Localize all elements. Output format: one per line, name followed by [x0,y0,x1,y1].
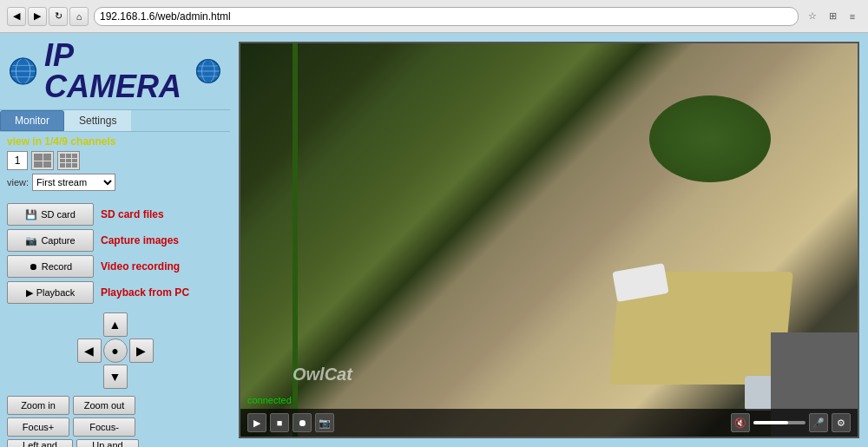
grid-cell [72,163,77,168]
channel-4-button[interactable] [31,151,54,170]
playback-label: Playback [36,287,76,298]
sidebar: IP CAMERA Monitor Settings view in 1/4/9… [0,33,230,447]
record-row: ⏺ Record Video recording [7,255,223,278]
ptz-empty-bl [77,365,102,389]
watermark: OwlCat [293,365,352,385]
sd-card-row: 💾 SD card SD card files [7,203,223,226]
ptz-section: ▲ ◀ ● ▶ ▼ [0,307,230,394]
zoom-out-button[interactable]: Zoom out [73,396,135,415]
grid-cell [60,163,65,168]
ptz-center-button[interactable]: ● [103,339,128,363]
tabs: Monitor Settings [0,110,230,132]
tab-settings[interactable]: Settings [64,110,131,131]
browser-right-buttons: ☆ ⊞ ≡ [804,8,861,25]
refresh-button[interactable]: ↻ [49,7,68,26]
playback-icon: ▶ [26,287,33,299]
ptz-empty-tr [129,312,154,337]
browser-chrome: ◀ ▶ ↻ ⌂ ☆ ⊞ ≡ [0,0,868,33]
ptz-left-button[interactable]: ◀ [77,339,102,363]
grid-cell [66,154,71,158]
sd-card-icon: 💾 [25,209,37,220]
ptz-grid: ▲ ◀ ● ▶ ▼ [77,312,154,389]
grid-cell [72,159,77,163]
back-button[interactable]: ◀ [7,7,26,26]
ptz-right-button[interactable]: ▶ [129,339,154,363]
channel-section: view in 1/4/9 channels 1 [0,132,230,200]
capture-link[interactable]: Capture images [101,234,179,247]
record-button[interactable]: ⏺ Record [7,255,94,278]
channel-1-button[interactable]: 1 [7,151,28,170]
video-content: OwlCat [240,43,858,437]
up-down-button[interactable]: Up and down [76,439,139,447]
video-play-button[interactable]: ▶ [247,413,266,432]
video-mic-button[interactable]: 🎤 [809,413,828,432]
grid-cell [43,161,52,168]
grid-cell [66,159,71,163]
ptz-up-button[interactable]: ▲ [103,312,128,337]
control-buttons: Zoom in Zoom out Focus+ Focus- Left and … [0,394,230,447]
ptz-empty-tl [77,312,102,337]
left-right-button[interactable]: Left and right [7,439,73,447]
playback-button[interactable]: ▶ Playback [7,281,94,304]
playback-row: ▶ Playback Playback from PC [7,281,223,304]
capture-row: 📷 Capture Capture images [7,229,223,252]
video-controls-bar: ▶ ■ ⏺ 📷 🔇 🎤 ⚙ [240,409,858,437]
focus-plus-button[interactable]: Focus+ [7,417,69,437]
view-stream-select[interactable]: First stream Second stream [32,174,115,191]
video-record-button[interactable]: ⏺ [293,413,312,432]
sd-card-label: SD card [41,209,76,220]
grid-cell [34,154,43,161]
capture-icon: 📷 [25,235,37,247]
video-container: IP Camera Home 2017-08-01 16:23:34 OwlCa… [239,42,859,438]
volume-fill [753,421,788,424]
extensions-icon[interactable]: ⊞ [824,8,841,25]
grid-cell [60,159,65,163]
focus-row: Focus+ Focus- [7,417,223,437]
grid-cell [34,161,43,168]
capture-label: Capture [41,235,75,246]
focus-minus-button[interactable]: Focus- [73,417,135,437]
tab-monitor[interactable]: Monitor [0,110,64,131]
logo-text: IP CAMERA [44,40,188,102]
browser-nav-buttons: ◀ ▶ ↻ ⌂ [7,7,89,26]
sd-card-button[interactable]: 💾 SD card [7,203,94,226]
channel-controls: 1 [7,151,223,170]
record-icon: ⏺ [29,261,38,272]
record-link[interactable]: Video recording [101,260,180,273]
logo-header: IP CAMERA [0,33,230,110]
video-mute-button[interactable]: 🔇 [731,413,750,432]
address-bar[interactable] [94,7,799,26]
bookmark-icon[interactable]: ☆ [804,8,821,25]
grid-cell [60,154,65,158]
move-row: Left and right Up and down [7,439,223,447]
zoom-in-button[interactable]: Zoom in [7,396,69,415]
grid-cell [43,154,52,161]
playback-link[interactable]: Playback from PC [101,286,189,299]
sd-card-link[interactable]: SD card files [101,208,164,220]
channel-9-button[interactable] [57,151,80,170]
grid-cell [66,163,71,168]
globe-right-icon [195,56,221,87]
status-text: connected [247,395,292,405]
video-settings-button[interactable]: ⚙ [832,413,851,432]
capture-button[interactable]: 📷 Capture [7,229,94,252]
grid-cell [72,154,77,158]
record-label: Record [42,261,72,272]
action-buttons: 💾 SD card SD card files 📷 Capture Captur… [0,200,230,307]
forward-button[interactable]: ▶ [28,7,47,26]
video-snapshot-button[interactable]: 📷 [315,413,334,432]
menu-icon[interactable]: ≡ [844,8,861,25]
video-stop-button[interactable]: ■ [270,413,289,432]
green-bush [649,95,771,182]
camera-feed: IP Camera Home 2017-08-01 16:23:34 OwlCa… [230,33,868,447]
channel-label: view in 1/4/9 channels [7,135,223,148]
view-label: view: [7,177,29,187]
ptz-down-button[interactable]: ▼ [103,365,128,389]
ptz-empty-br [129,365,154,389]
home-button[interactable]: ⌂ [69,7,89,26]
volume-slider[interactable] [753,421,806,424]
globe-left-icon [9,54,37,89]
zoom-row: Zoom in Zoom out [7,396,223,415]
main-layout: IP CAMERA Monitor Settings view in 1/4/9… [0,33,868,447]
view-selector: view: First stream Second stream [7,174,223,191]
